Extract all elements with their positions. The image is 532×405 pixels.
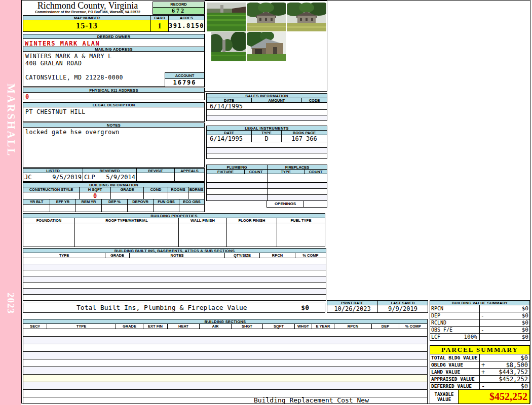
col-book-page: BOOK PAGE	[281, 131, 327, 135]
mailing-line: WINTERS MARK A & MARY L	[25, 53, 202, 60]
page-subtitle: Commissioner of the Revenue, PO Box 366,…	[23, 10, 153, 14]
parcel-value-cell: $0	[479, 354, 529, 361]
parcel-row: TOTAL BLDG VALUE $0	[430, 354, 530, 361]
parcel-summary-title: PARCEL SUMMARY	[430, 345, 530, 354]
page-title: Richmond County, Virginia	[23, 1, 153, 10]
bvs-value-cell: - $0	[479, 312, 529, 319]
taxable-value-amount: $452,252	[458, 390, 529, 403]
bvs-value-cell: $0	[479, 305, 529, 312]
chimney-trees-photo[interactable]	[211, 32, 246, 61]
parcel-op: +	[481, 369, 485, 375]
col-yr-blt: YR BLT	[23, 199, 50, 204]
legal-description-value: PT CHESTNUT HILL	[23, 107, 205, 122]
col-fun-obs: FUN OBS	[153, 199, 179, 204]
sales-row: 6/14/1995	[206, 102, 327, 110]
col-air: AIR	[199, 324, 231, 329]
parcel-value: $443,752	[499, 369, 528, 375]
parcel-value: $8,500	[506, 361, 528, 368]
col-sale-amount: AMOUNT	[251, 98, 301, 102]
account-label: ACCOUNT	[165, 73, 204, 79]
parcel-row: DEFERRED VALUE - $0	[430, 382, 530, 390]
parcel-label: OBLDG VALUE	[430, 361, 479, 368]
bvs-row: RCLND $0	[430, 319, 530, 327]
col-instrument-type: TYPE	[251, 131, 281, 135]
sale-date: 6/14/1995	[207, 103, 327, 109]
corn-field-photo[interactable]	[207, 3, 246, 31]
col-ext-fin: EXT FIN	[143, 324, 167, 329]
barn-photo[interactable]	[247, 32, 286, 61]
built-ins-total-label: Total Built Ins, Plumbing & Fireplace Va…	[77, 304, 247, 311]
col-eff-yr: EFF YR	[50, 199, 75, 204]
farmhouse-photo-2[interactable]	[287, 3, 326, 31]
parcel-row: APPRAISED VALUE $452,252	[430, 375, 530, 383]
reviewed-by: CLP	[84, 174, 95, 181]
openings-row: OPENINGS	[267, 200, 327, 208]
openings-value	[304, 201, 327, 207]
parcel-label: APPRAISED VALUE	[430, 376, 479, 382]
bvs-lcf-pct: 100%	[464, 334, 478, 340]
building-sections-row-empty	[23, 351, 428, 359]
parcel-op: +	[481, 361, 485, 368]
bvs-op: -	[481, 312, 484, 319]
col-sqft: SQFT	[262, 324, 294, 329]
review-value-row: JC 9/5/2019 CLP 5/9/2014	[23, 173, 205, 182]
col-fixture: FIXTURE	[207, 170, 244, 174]
acres-label: ACRES	[168, 16, 204, 20]
last-saved-value: 9/9/2019	[377, 305, 428, 312]
bvs-value-cell: $0	[479, 334, 529, 340]
parcel-value: $452,252	[499, 376, 528, 382]
bvs-value-cell: $0	[479, 319, 529, 326]
col-rooms: ROOMS	[168, 187, 188, 192]
col-bi-comp: % COMP	[295, 253, 326, 258]
bvs-op: -	[481, 327, 484, 333]
col-fireplace-count: COUNT	[304, 170, 327, 174]
taxable-value-label: TAXABLE VALUE	[430, 390, 458, 403]
building-sections-row-empty	[23, 367, 428, 375]
parcel-row: LAND VALUE + $443,752	[430, 368, 530, 376]
bvs-value: $0	[522, 319, 528, 326]
farmhouse-photo-1[interactable]	[247, 3, 286, 31]
col-reviewed: REVIEWED	[83, 169, 136, 173]
col-bs-comp: % COMP	[399, 324, 427, 329]
listed-date: 9/5/2019	[52, 174, 82, 181]
col-sale-code: CODE	[301, 98, 327, 102]
bvs-label: RCLND	[430, 319, 479, 326]
listed-by: JC	[24, 174, 31, 181]
property-record-card: Richmond County, Virginia Commissioner o…	[21, 0, 530, 403]
instrument-date: 6/14/1995	[207, 135, 251, 142]
col-roof-type: ROOF TYPE/MATERIAL	[74, 218, 178, 223]
building-info-values2	[23, 204, 205, 212]
bvs-value-cell: - $0	[479, 327, 529, 333]
col-wall-finish: WALL FINISH	[178, 218, 226, 223]
building-sections-row-empty	[23, 359, 428, 367]
parcel-value-cell: + $443,752	[479, 369, 529, 375]
col-eco-obs: ECO OBS	[179, 199, 204, 204]
col-fixture-count: COUNT	[244, 170, 267, 174]
parcel-label: TOTAL BLDG VALUE	[430, 354, 479, 361]
bvs-label: DEP	[430, 312, 479, 319]
col-fireplace-type: TYPE	[267, 170, 304, 174]
title-block: Richmond County, Virginia Commissioner o…	[23, 1, 153, 15]
map-number-value: 15-13	[23, 20, 150, 31]
record-box: RECORD 672	[153, 2, 205, 15]
col-bs-rpcn: RPCN	[334, 324, 371, 329]
reviewed-date: 5/9/2014	[106, 174, 135, 181]
bvs-value: $0	[522, 327, 528, 333]
col-bi-type: TYPE	[23, 253, 105, 258]
map-number-label: MAP NUMBER	[23, 16, 150, 20]
openings-label: OPENINGS	[267, 201, 304, 207]
building-sections-row-empty	[23, 382, 428, 390]
account-box: ACCOUNT 16796	[165, 72, 205, 87]
parcel-value-cell: + $8,500	[479, 361, 529, 368]
parcel-value-cell: - $0	[479, 383, 529, 389]
plumbing-title: PLUMBING	[207, 165, 267, 169]
col-bi-qty: QTY/SIZE	[224, 253, 259, 258]
bvs-value: $0	[522, 305, 528, 312]
bvs-row: LCF 100% $0	[430, 333, 530, 341]
building-sections-row-empty	[23, 329, 428, 337]
col-listed: LISTED	[23, 169, 83, 173]
photo-panel	[205, 1, 327, 92]
building-sections-row-empty	[23, 374, 428, 382]
col-sale-date: DATE	[207, 98, 251, 102]
col-rem-yr: REM YR	[75, 199, 101, 204]
